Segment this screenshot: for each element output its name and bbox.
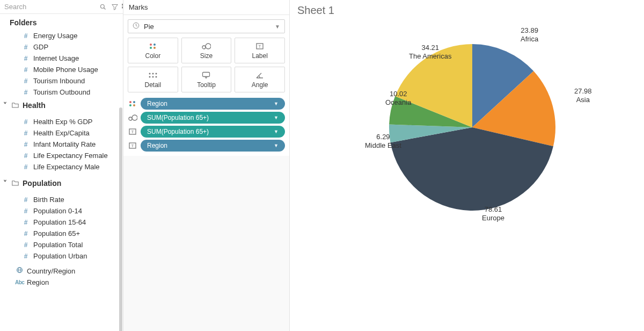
field-infant-mortality-rate[interactable]: # Infant Mortality Rate <box>0 139 123 150</box>
shelf-pill-2[interactable]: SUM(Population 65+) ▼ <box>141 126 285 138</box>
folders-heading: Folders <box>0 14 123 30</box>
search-row: ▾ <box>0 0 123 14</box>
colordots-icon <box>149 41 157 51</box>
svg-rect-2 <box>122 4 123 5</box>
svg-point-16 <box>202 46 206 49</box>
chevron-down-icon: ▼ <box>274 143 279 148</box>
number-icon: # <box>21 253 30 260</box>
field-population-15-64[interactable]: # Population 15-64 <box>0 217 123 228</box>
clock-icon <box>133 22 140 31</box>
shelf-row: SUM(Population 65+) ▼ <box>128 112 285 124</box>
shelf-pill-1[interactable]: SUM(Population 65+) ▼ <box>141 112 285 124</box>
svg-point-30 <box>133 104 135 106</box>
chevron-down-icon: ▼ <box>274 129 279 134</box>
field-birth-rate[interactable]: # Birth Rate <box>0 194 123 205</box>
field-region[interactable]: Abc Region <box>0 277 123 288</box>
field-label: Life Expectancy Male <box>33 163 100 171</box>
worksheet-area: Sheet 1 23.89Africa27.98Asia78.61Europe6… <box>290 0 644 331</box>
number-icon: # <box>21 77 30 85</box>
mark-size-button[interactable]: Size <box>181 38 232 63</box>
svg-point-23 <box>149 76 150 78</box>
marks-pane: Marks Pie ▼ Color Size T Label Detail To… <box>123 0 290 331</box>
number-icon: # <box>21 196 30 204</box>
data-pane: ▾ Folders # Energy Usage # GDP # Interne… <box>0 0 123 331</box>
field-tourism-outbound[interactable]: # Tourism Outbound <box>0 87 123 98</box>
folder-label: Health <box>23 101 46 110</box>
svg-rect-26 <box>203 73 210 77</box>
field-gdp[interactable]: # GDP <box>0 41 123 53</box>
field-health-exp-gdp[interactable]: # Health Exp % GDP <box>0 116 123 127</box>
label-icon: T <box>255 41 264 51</box>
search-input[interactable] <box>2 1 97 13</box>
field-tourism-inbound[interactable]: # Tourism Inbound <box>0 75 123 87</box>
field-country-region[interactable]: Country/Region <box>0 265 123 277</box>
field-population-65-[interactable]: # Population 65+ <box>0 228 123 239</box>
mark-angle-button[interactable]: Angle <box>235 67 285 92</box>
field-energy-usage[interactable]: # Energy Usage <box>0 30 123 41</box>
field-label: Energy Usage <box>33 32 77 40</box>
number-icon: # <box>21 66 30 74</box>
number-icon: # <box>21 44 30 51</box>
field-label: Internet Usage <box>33 54 79 62</box>
svg-point-14 <box>150 47 152 49</box>
search-icon[interactable] <box>98 2 108 12</box>
mark-color-button[interactable]: Color <box>128 38 178 63</box>
field-label: Mobile Phone Usage <box>33 66 98 74</box>
funnel-icon[interactable] <box>109 2 120 12</box>
shelf-pill-3[interactable]: Region ▼ <box>141 140 285 152</box>
pill-label: SUM(Population 65+) <box>147 128 209 135</box>
shelf-pill-0[interactable]: Region ▼ <box>141 98 285 110</box>
scrollbar[interactable] <box>119 107 122 331</box>
detail-icon <box>148 70 158 80</box>
grid-menu-icon[interactable]: ▾ <box>121 2 123 12</box>
number-icon: # <box>21 89 30 96</box>
abc-icon: Abc <box>15 279 24 285</box>
folder-icon <box>12 179 19 188</box>
field-population-0-14[interactable]: # Population 0-14 <box>0 205 123 217</box>
pill-label: SUM(Population 65+) <box>147 114 209 121</box>
mark-tooltip-button[interactable]: Tooltip <box>181 67 232 92</box>
field-label: Health Exp % GDP <box>33 118 93 126</box>
pie-chart[interactable]: 23.89Africa27.98Asia78.61Europe6.29Middl… <box>295 20 639 328</box>
field-label: Region <box>27 278 49 286</box>
svg-point-12 <box>150 44 152 46</box>
folder-health[interactable]: ˅ Health <box>0 98 123 113</box>
field-mobile-phone-usage[interactable]: # Mobile Phone Usage <box>0 64 123 75</box>
svg-text:T: T <box>259 44 261 49</box>
mark-detail-button[interactable]: Detail <box>128 67 178 92</box>
folder-population[interactable]: ˅ Population <box>0 176 123 191</box>
number-icon: # <box>21 219 30 226</box>
chevron-down-icon: ▼ <box>274 101 279 106</box>
field-label: Population 15-64 <box>33 218 86 226</box>
svg-point-20 <box>149 73 150 75</box>
field-life-expectancy-female[interactable]: # Life Expectancy Female <box>0 150 123 161</box>
shelf-row: T Region ▼ <box>128 140 285 152</box>
size-icon <box>201 41 211 51</box>
svg-point-22 <box>155 73 157 75</box>
svg-point-28 <box>133 101 135 103</box>
mark-label-button[interactable]: T Label <box>235 38 285 63</box>
label-icon: T <box>128 141 137 150</box>
number-icon: # <box>21 118 30 126</box>
label-icon: T <box>128 127 137 136</box>
marks-title: Marks <box>123 0 289 15</box>
field-population-urban[interactable]: # Population Urban <box>0 250 123 262</box>
field-population-total[interactable]: # Population Total <box>0 239 123 250</box>
mark-button-label: Size <box>200 52 213 60</box>
mark-type-select[interactable]: Pie ▼ <box>128 19 285 33</box>
svg-point-15 <box>153 47 156 49</box>
number-icon: # <box>21 152 30 160</box>
svg-line-1 <box>104 8 106 9</box>
field-health-exp-capita[interactable]: # Health Exp/Capita <box>0 127 123 139</box>
svg-point-13 <box>153 44 156 46</box>
svg-text:T: T <box>131 143 134 148</box>
field-label: Life Expectancy Female <box>33 152 108 160</box>
folder-icon <box>12 101 19 110</box>
mark-button-label: Tooltip <box>197 81 216 89</box>
svg-point-17 <box>206 44 211 49</box>
field-label: Health Exp/Capita <box>33 129 90 137</box>
field-life-expectancy-male[interactable]: # Life Expectancy Male <box>0 161 123 172</box>
field-label: Tourism Outbound <box>33 88 90 96</box>
mark-type-label: Pie <box>144 23 270 31</box>
field-internet-usage[interactable]: # Internet Usage <box>0 53 123 64</box>
